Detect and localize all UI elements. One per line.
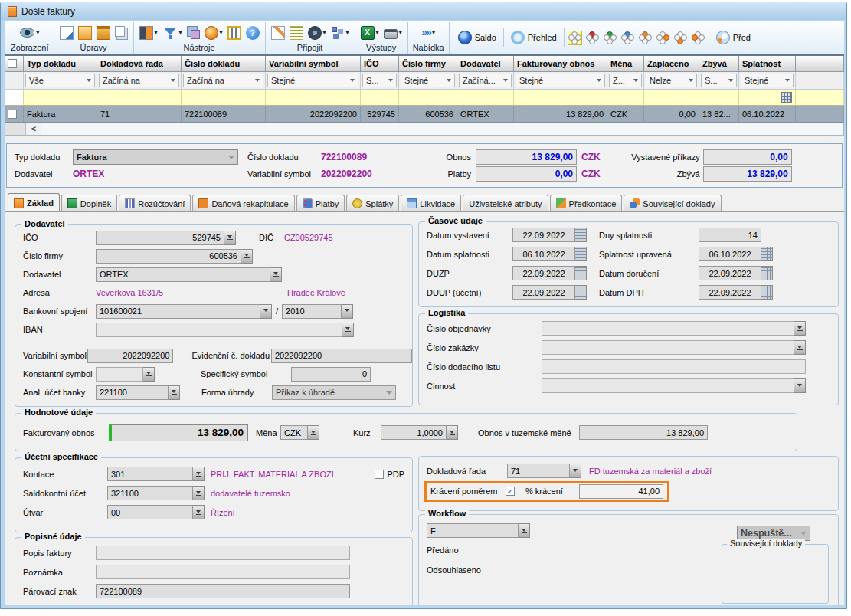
duzp-field[interactable]: 22.09.2022 <box>512 266 575 280</box>
tab-likvidace[interactable]: Likvidace <box>401 195 461 211</box>
status-filter-green-button[interactable] <box>603 31 617 45</box>
kurz-lookup-button[interactable] <box>447 425 458 440</box>
grid-filter-variabilni-symbol[interactable]: Stejné <box>266 72 361 90</box>
ico-field[interactable]: 529745 <box>96 231 224 245</box>
grid-filter-zaplaceno[interactable]: Nelze <box>644 72 699 90</box>
status-filter-orange4-button[interactable] <box>691 31 705 45</box>
grid-filter-cislo-firmy[interactable]: Stejné <box>399 72 457 90</box>
iban-field[interactable] <box>96 323 342 337</box>
dokladova-rada-lookup-button[interactable] <box>570 464 581 478</box>
cislo-firmy-lookup-button[interactable] <box>241 249 253 264</box>
calendar-icon[interactable] <box>761 266 773 280</box>
tab-souvisejici-doklady[interactable]: Související doklady <box>624 195 721 211</box>
poznamka-field[interactable] <box>96 565 350 579</box>
tab-uzivatelske-atributy[interactable]: Uživatelské atributy <box>463 195 548 211</box>
variabilni-symbol-field[interactable]: 2022092200 <box>87 349 173 363</box>
grid-header-zbyva[interactable]: Zbývá <box>699 56 739 72</box>
view-button[interactable]: ▾ <box>19 27 40 38</box>
calendar-icon[interactable] <box>575 266 587 280</box>
paste-link-button[interactable] <box>186 25 201 40</box>
calendar-icon[interactable] <box>761 247 773 261</box>
grid-cell-dokladova-rada[interactable]: 71 <box>97 106 182 122</box>
grid-header-fakturovany-obnos[interactable]: Fakturovaný obnos <box>514 56 607 72</box>
grid-filter-cislo-dokladu[interactable]: Začíná na <box>182 72 266 90</box>
calendar-icon[interactable] <box>761 285 773 300</box>
new-record-button[interactable] <box>59 25 74 41</box>
utvar-lookup-button[interactable] <box>193 505 205 519</box>
calendar-icon[interactable] <box>575 228 587 242</box>
grid-cell-ico[interactable]: 529745 <box>361 106 399 122</box>
summary-obnos-field[interactable]: 13 829,00 <box>476 149 577 165</box>
mena-lookup-button[interactable] <box>308 425 319 440</box>
grid-search-dodavatel[interactable] <box>457 90 514 106</box>
kurz-field[interactable]: 1,0000 <box>381 425 447 440</box>
grid-filter-dokladova-rada[interactable]: Začíná na <box>97 72 182 90</box>
grid-cell-variabilni-symbol[interactable]: 2022092200 <box>266 106 361 122</box>
cislo-dodaciho-listu-field[interactable] <box>542 359 806 374</box>
calendar-icon[interactable] <box>575 285 587 300</box>
grid-search-zaplaceno[interactable] <box>644 90 699 106</box>
kontace-field[interactable]: 301 <box>107 467 193 481</box>
dodavatel-lookup-button[interactable] <box>270 267 282 282</box>
datum-doruceni-field[interactable]: 22.09.2022 <box>699 266 761 280</box>
workflow-lookup-button[interactable] <box>519 523 530 538</box>
fakturovany-obnos-field[interactable]: 13 829,00 <box>109 424 248 441</box>
dodavatel-field[interactable]: ORTEX <box>96 267 270 282</box>
scroll-left-button[interactable] <box>26 123 41 135</box>
attach-media-button[interactable]: ▾ <box>307 25 327 41</box>
grid-search-ico[interactable] <box>361 90 399 106</box>
workflow-stav-field[interactable]: F <box>427 523 519 538</box>
summary-typ-combobox[interactable]: Faktura <box>73 149 238 165</box>
duup-field[interactable]: 22.09.2022 <box>512 285 575 300</box>
utvar-field[interactable]: 00 <box>107 505 193 519</box>
ucet-lookup-button[interactable] <box>260 304 272 319</box>
grid-header-mena[interactable]: Měna <box>607 56 644 72</box>
row-select-cell[interactable] <box>5 106 24 122</box>
grid-search-dokladova-rada[interactable] <box>97 90 182 106</box>
cinnost-field[interactable] <box>542 378 794 393</box>
popis-faktury-field[interactable] <box>96 546 350 560</box>
zakazka-lookup-button[interactable] <box>794 340 806 355</box>
specificky-symbol-field[interactable]: 0 <box>291 367 371 382</box>
attach-note-button[interactable] <box>270 25 286 41</box>
status-filter-red-button[interactable] <box>585 31 600 45</box>
grid-search-variabilni-symbol[interactable] <box>266 90 361 106</box>
status-filter-orange3-button[interactable] <box>673 31 688 45</box>
select-all-cell[interactable] <box>5 56 24 72</box>
summary-prikazy-field[interactable]: 0,00 <box>703 149 792 165</box>
procento-kraceni-field[interactable]: 41,00 <box>579 484 663 499</box>
anal-ucet-field[interactable]: 221100 <box>96 385 169 400</box>
summary-platby-field[interactable]: 0,00 <box>476 166 577 182</box>
status-filter-orange1-button[interactable] <box>638 31 653 45</box>
grid-cell-splatnost[interactable]: 06.10.2022 <box>739 106 796 122</box>
calendar-icon[interactable] <box>575 247 587 261</box>
delete-record-button[interactable] <box>96 25 111 41</box>
status-filter-all-button[interactable] <box>568 31 582 45</box>
grid-header-typ-dokladu[interactable]: Typ dokladu <box>24 56 97 72</box>
grid-header-dodavatel[interactable]: Dodavatel <box>457 56 514 72</box>
saldokontni-lookup-button[interactable] <box>193 486 205 500</box>
kod-banky-field[interactable]: 2010 <box>282 304 342 319</box>
grid-cell-typ-dokladu[interactable]: Faktura <box>24 106 97 122</box>
prehled-button[interactable]: Přehled <box>507 29 561 46</box>
grid-filter-zbyva[interactable]: S... <box>699 72 739 90</box>
grid-header-dokladova-rada[interactable]: Dokladová řada <box>97 56 182 72</box>
summary-zbyva-field[interactable]: 13 829,00 <box>703 166 792 182</box>
cinnost-lookup-button[interactable] <box>794 378 806 393</box>
grid-search-splatnost[interactable] <box>739 90 796 106</box>
mena-field[interactable]: CZK <box>280 425 308 440</box>
navigate-button[interactable]: ▾ <box>204 25 224 41</box>
grid-filter-mena[interactable]: Z... <box>607 72 644 90</box>
kraceni-pomerem-checkbox[interactable] <box>506 487 515 496</box>
grid-cell-cislo-dokladu[interactable]: 722100089 <box>182 106 266 122</box>
print-button[interactable]: ▾ <box>383 26 403 40</box>
grid-search-fakturovany-obnos[interactable] <box>514 90 607 106</box>
cislo-zakazky-field[interactable] <box>542 340 794 355</box>
horizontal-scrollbar[interactable] <box>5 123 844 136</box>
grid-filter-typ-dokladu[interactable]: Vše <box>24 72 97 90</box>
grid-filter-fakturovany-obnos[interactable]: Stejné <box>514 72 607 90</box>
evidencni-field[interactable]: 2022092200 <box>271 349 412 363</box>
grid-header-variabilni-symbol[interactable]: Variabilní symbol <box>266 56 361 72</box>
grid-search-cislo-dokladu[interactable] <box>182 90 266 106</box>
grid-cell-zbyva[interactable]: 13 82... <box>699 106 739 122</box>
